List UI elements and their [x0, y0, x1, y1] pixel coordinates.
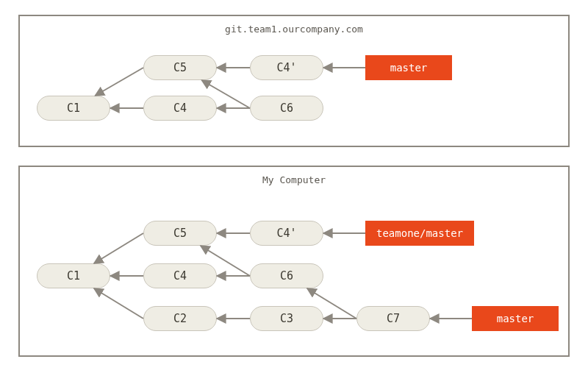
commit-node: C4 — [143, 263, 217, 288]
ref-label: master — [472, 306, 559, 331]
commit-node: C3 — [250, 306, 323, 331]
panel-remote: git.team1.ourcompany.com — [18, 15, 570, 147]
ref-text: master — [497, 313, 534, 324]
commit-node: C2 — [143, 306, 217, 331]
panel-title-remote: git.team1.ourcompany.com — [20, 24, 568, 35]
ref-label: master — [365, 55, 452, 80]
commit-label: C4' — [276, 61, 296, 74]
commit-label: C1 — [67, 269, 80, 283]
commit-node: C1 — [37, 263, 110, 288]
commit-node: C4' — [250, 221, 323, 246]
commit-label: C1 — [67, 102, 80, 115]
commit-label: C2 — [173, 312, 187, 325]
commit-label: C5 — [173, 61, 187, 74]
commit-label: C4' — [276, 227, 296, 240]
commit-label: C4 — [173, 102, 187, 115]
commit-node: C5 — [143, 221, 217, 246]
commit-label: C6 — [280, 269, 293, 283]
commit-node: C4 — [143, 96, 217, 121]
commit-label: C5 — [173, 227, 187, 240]
commit-node: C4' — [250, 55, 323, 80]
commit-label: C7 — [387, 312, 400, 325]
commit-node: C5 — [143, 55, 217, 80]
commit-node: C6 — [250, 263, 323, 288]
commit-node: C6 — [250, 96, 323, 121]
commit-label: C4 — [173, 269, 187, 283]
commit-node: C1 — [37, 96, 110, 121]
panel-title-local: My Computer — [20, 174, 568, 185]
commit-label: C3 — [280, 312, 293, 325]
ref-text: teamone/master — [376, 227, 463, 239]
commit-label: C6 — [280, 102, 293, 115]
commit-node: C7 — [356, 306, 430, 331]
ref-text: master — [390, 62, 428, 74]
ref-label: teamone/master — [365, 221, 474, 246]
